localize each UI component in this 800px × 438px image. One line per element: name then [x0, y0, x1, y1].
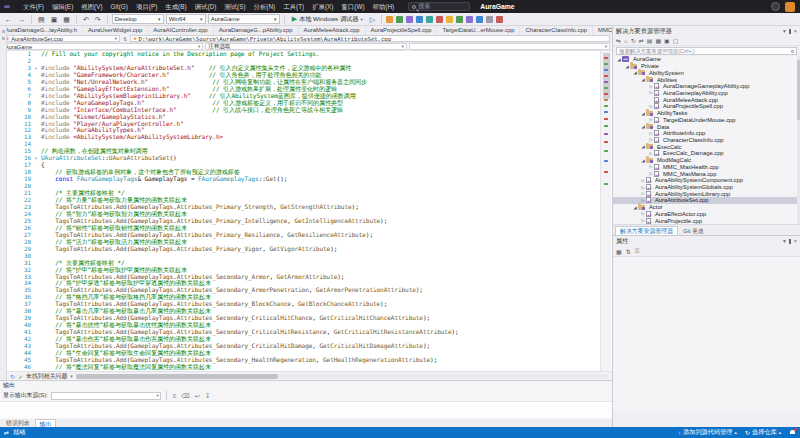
- user-avatar[interactable]: [785, 2, 795, 12]
- tree-item-auraabilitysystemcomponent-cpp[interactable]: ▷++AuraAbilitySystemComponent.cpp: [613, 177, 800, 184]
- start-without-debugging-button[interactable]: ▷: [368, 14, 377, 25]
- new-file-button[interactable]: ▤: [36, 14, 47, 25]
- tree-item-execcalc[interactable]: ◢ExecCalc: [613, 143, 800, 150]
- menu-item[interactable]: 生成(B): [161, 0, 190, 13]
- menu-item[interactable]: 测试(S): [220, 0, 249, 13]
- menu-item[interactable]: 帮助(H): [369, 0, 399, 13]
- code-line[interactable]: 1// Fill out your copyright notice in th…: [7, 51, 600, 58]
- tree-item-auraprojectilespell-cpp[interactable]: ▷++AuraProjectileSpell.cpp: [613, 103, 800, 110]
- tree-item-auradamagegameplayability-cpp[interactable]: ▷++AuraDamageGameplayAbility.cpp: [613, 83, 800, 90]
- refresh-icon[interactable]: ↻: [631, 37, 636, 44]
- fold-marker[interactable]: ▾: [31, 155, 41, 162]
- toolbar-extension-icon[interactable]: [386, 16, 393, 23]
- panel-position-icon[interactable]: ▾: [783, 238, 786, 244]
- document-tab[interactable]: AuraUserWidget.cpp: [83, 26, 148, 35]
- editor-scrollbar[interactable]: [600, 51, 611, 371]
- health-options-icon[interactable]: ▾: [70, 373, 73, 379]
- categorize-icon[interactable]: ▦: [616, 248, 622, 255]
- undo-button[interactable]: ↶: [81, 14, 91, 25]
- home-icon[interactable]: ⌂: [624, 38, 628, 44]
- copilot-icon[interactable]: [771, 2, 780, 11]
- properties-content[interactable]: [613, 257, 800, 412]
- code-line[interactable]: 13#include <AbilitySystem/AuraAbilitySys…: [7, 134, 600, 141]
- swap-header-source-button[interactable]: ⇅: [123, 36, 127, 42]
- startup-project-dropdown[interactable]: AuraGame▾: [208, 14, 280, 24]
- tree-item-auraabilitysystemglobals-cpp[interactable]: ▷++AuraAbilitySystemGlobals.cpp: [613, 184, 800, 191]
- toolbar-extension-icon[interactable]: [416, 16, 423, 23]
- tree-item-auraabilitysystemlibrary-cpp[interactable]: ▷++AuraAbilitySystemLibrary.cpp: [613, 190, 800, 197]
- sync-with-active-document-icon[interactable]: ⇄: [639, 37, 644, 44]
- show-all-files-icon[interactable]: ▦: [655, 37, 661, 44]
- tree-item-characterclassinfo-cpp[interactable]: ▷++CharacterClassInfo.cpp: [613, 137, 800, 144]
- quick-search-box[interactable]: 搜索: [408, 2, 470, 11]
- switch-views-icon[interactable]: ⇆: [616, 37, 621, 44]
- navigate-back-button[interactable]: ←: [3, 14, 14, 25]
- menu-item[interactable]: 调试(D): [191, 0, 221, 13]
- tree-item-auragame[interactable]: ◢++AuraGame: [613, 56, 800, 63]
- solution-platform-dropdown[interactable]: Win64▾: [166, 14, 206, 24]
- panel-position-icon[interactable]: ▾: [783, 28, 786, 34]
- sort-alphabetical-icon[interactable]: ⇅: [626, 248, 631, 255]
- document-tab[interactable]: TargetDataU...erMouse.cpp: [437, 26, 520, 35]
- autoscroll-icon[interactable]: ↧: [204, 392, 211, 399]
- solution-configuration-dropdown[interactable]: Develop▾: [112, 14, 164, 24]
- tree-item-abilitytasks[interactable]: ◢AbilityTasks: [613, 110, 800, 117]
- select-repository-button[interactable]: ↻ 选择仓库 ▴: [745, 428, 781, 437]
- tree-item-mmc-maxhealth-cpp[interactable]: ▷++MMC_MaxHealth.cpp: [613, 164, 800, 171]
- menu-item[interactable]: 编辑(E): [48, 0, 77, 13]
- menu-item[interactable]: Git(G): [107, 0, 132, 13]
- tree-item-targetdataundermouse-cpp[interactable]: ▷++TargetDataUnderMouse.cpp: [613, 116, 800, 123]
- menu-item[interactable]: 项目(P): [132, 0, 161, 13]
- tree-item-private[interactable]: ◢Private: [613, 63, 800, 70]
- find-message-icon[interactable]: ≡: [172, 393, 178, 399]
- toolbar-extension-icon[interactable]: [456, 16, 463, 23]
- tree-item-abilities[interactable]: ◢Abilities: [613, 76, 800, 83]
- preview-selected-icon[interactable]: ▢: [673, 37, 679, 44]
- start-debugging-button[interactable]: ▶ 本地 Windows 调试器 ▾: [289, 14, 366, 25]
- toolbar-extension-icon[interactable]: [466, 16, 473, 23]
- document-tab[interactable]: AuraMeleeAttack.cpp: [299, 26, 366, 35]
- toolbar-extension-icon[interactable]: [396, 16, 403, 23]
- tree-item-modmagcalc[interactable]: ◢ModMagCalc: [613, 157, 800, 164]
- pin-icon[interactable]: [789, 239, 791, 244]
- member-scope-dropdown[interactable]: ▾: [409, 43, 610, 50]
- tree-item-aurameleeattack-cpp[interactable]: ++AuraMeleeAttack.cpp: [613, 96, 800, 103]
- toolbar-extension-icon[interactable]: [406, 16, 413, 23]
- clear-all-icon[interactable]: ⌫: [180, 392, 190, 399]
- code-line[interactable]: 29 TagsToAttributes.Add(GameplayTags.Att…: [7, 246, 600, 253]
- code-line[interactable]: 16▾UAuraAttributeSet::UAuraAttributeSet(…: [7, 155, 600, 162]
- tab-solution-explorer[interactable]: 解决方案资源管理器: [615, 226, 678, 235]
- code-line[interactable]: 46 // 将“魔法回复”标签与获取魔法回复属性的函数关联起来: [7, 364, 600, 371]
- navigate-forward-button[interactable]: →: [16, 14, 27, 25]
- toolbar-extension-icon[interactable]: [496, 16, 503, 23]
- tree-item-actor[interactable]: ◢Actor: [613, 204, 800, 211]
- collapse-all-icon[interactable]: ▤: [647, 37, 653, 44]
- tab-error-list[interactable]: 错误列表: [2, 419, 34, 427]
- add-to-source-control-button[interactable]: ↑ 添加到源代码管理 ▴: [678, 428, 737, 437]
- menu-item[interactable]: 扩展(X): [308, 0, 337, 13]
- toolbar-extension-icon[interactable]: [446, 16, 453, 23]
- tree-item-auraattributeset-cpp[interactable]: ▷++AuraAttributeSet.cpp: [613, 197, 800, 204]
- solution-search-input[interactable]: 搜索解决方案资源管理器(Ctrl+;): [616, 47, 797, 55]
- menu-item[interactable]: 文件(F): [19, 0, 48, 13]
- toolbar-extension-icon[interactable]: [476, 16, 483, 23]
- document-tab[interactable]: AuraDamageG...pAbility.cpp: [214, 26, 299, 35]
- tree-item-auraprojectile-cpp[interactable]: ▷++AuraProjectile.cpp: [613, 217, 800, 224]
- toolbar-extension-icon[interactable]: [486, 16, 493, 23]
- notifications-bell-icon[interactable]: [789, 429, 796, 436]
- redo-button[interactable]: ↷: [93, 14, 103, 25]
- tree-item-data[interactable]: ◢Data: [613, 123, 800, 130]
- pin-icon[interactable]: [789, 29, 791, 34]
- toolbar-extension-icon[interactable]: [426, 16, 433, 23]
- menu-item[interactable]: 分析(N): [250, 0, 280, 13]
- tab-git-changes[interactable]: Git 更改: [679, 227, 708, 235]
- collapsed-tool-window-strip[interactable]: [0, 26, 7, 427]
- file-selector-dropdown[interactable]: ◆ AuraAttributeSet.cpp ▾: [2, 35, 120, 42]
- word-wrap-icon[interactable]: ↩: [194, 392, 201, 399]
- type-scope-dropdown[interactable]: 注释选取▾: [205, 43, 406, 50]
- code-line[interactable]: 19 const FAuraGameplayTags& GameplayTags…: [7, 176, 600, 183]
- close-icon[interactable]: ×: [794, 28, 797, 34]
- toolbar-extension-icon[interactable]: [436, 16, 443, 23]
- output-source-dropdown[interactable]: ▾: [51, 392, 161, 400]
- file-path-display[interactable]: ◆ D:\work\AuraGame\Source\AuraGame\Priva…: [130, 35, 610, 42]
